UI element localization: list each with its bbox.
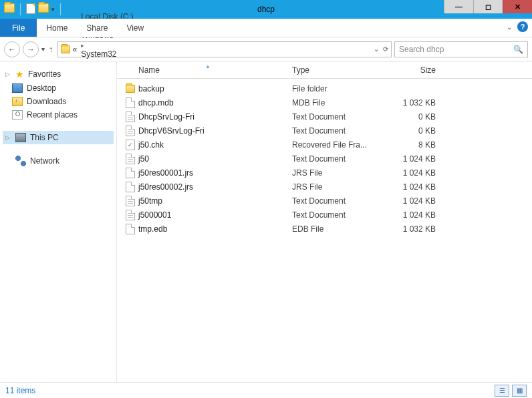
column-label: Name: [138, 65, 160, 75]
file-row[interactable]: j50Text Document1 024 KB: [117, 152, 532, 166]
file-name: dhcp.mdb: [138, 98, 292, 108]
qat-dropdown-icon[interactable]: ▾: [51, 6, 55, 13]
address-bar[interactable]: « Local Disk (C:)▸Windows▸System32▸dhcp▸…: [57, 41, 392, 57]
icons-view-button[interactable]: ▦: [512, 385, 527, 397]
file-row[interactable]: dhcp.mdbMDB File1 032 KB: [117, 95, 532, 110]
quick-access-toolbar: ▾: [0, 2, 68, 17]
file-icon: [126, 182, 135, 192]
file-type: Recovered File Fra...: [292, 140, 389, 150]
sidebar-item-network[interactable]: ▷ Network: [3, 154, 114, 168]
file-name: j50.chk: [138, 140, 292, 150]
navigation-row: ← → ▾ ↑ « Local Disk (C:)▸Windows▸System…: [0, 37, 532, 61]
file-rows: backupFile folderdhcp.mdbMDB File1 032 K…: [117, 79, 532, 382]
sidebar-label: Desktop: [27, 83, 56, 93]
sidebar-item-desktop[interactable]: Desktop: [3, 81, 114, 95]
text-file-icon: [126, 154, 135, 164]
content-area: ▷ ★ Favorites Desktop Downloads Recent p…: [0, 61, 532, 382]
collapse-icon[interactable]: ▷: [5, 71, 11, 77]
explorer-window: ▾ dhcp — ◻ ✕ File Home Share View ⌄ ? ← …: [0, 0, 532, 398]
address-folder-icon: [61, 45, 70, 53]
expand-ribbon-icon[interactable]: ⌄: [507, 23, 512, 31]
file-size: 1 024 KB: [389, 210, 442, 220]
address-dropdown-icon[interactable]: ⌄: [374, 45, 379, 53]
file-type: Text Document: [292, 112, 389, 122]
refresh-icon[interactable]: ⟳: [383, 45, 388, 53]
file-row[interactable]: DhcpSrvLog-FriText Document0 KB: [117, 110, 532, 124]
file-name: j50res00002.jrs: [138, 182, 292, 192]
file-name: backup: [138, 84, 292, 93]
file-type: MDB File: [292, 98, 389, 108]
sidebar-item-recent[interactable]: Recent places: [3, 108, 114, 122]
search-placeholder: Search dhcp: [399, 45, 444, 54]
breadcrumb-prefix[interactable]: «: [72, 45, 79, 54]
file-row[interactable]: j5000001Text Document1 024 KB: [117, 208, 532, 222]
window-title: dhcp: [257, 5, 275, 14]
new-doc-icon[interactable]: [26, 3, 35, 14]
file-row[interactable]: j50tmpText Document1 024 KB: [117, 194, 532, 208]
qat-folder-icon[interactable]: [38, 3, 49, 13]
file-row[interactable]: backupFile folder: [117, 81, 532, 95]
forward-button[interactable]: →: [23, 41, 39, 57]
file-size: 8 KB: [389, 140, 442, 150]
file-icon: [126, 97, 135, 108]
file-size: 1 024 KB: [389, 154, 442, 164]
details-view-button[interactable]: ☰: [495, 385, 509, 397]
collapse-icon[interactable]: ▷: [5, 134, 11, 141]
pc-icon: [15, 133, 26, 142]
search-input[interactable]: Search dhcp 🔍: [394, 41, 528, 57]
file-name: tmp.edb: [138, 224, 292, 234]
tab-share[interactable]: Share: [77, 19, 117, 37]
minimize-button[interactable]: —: [444, 0, 473, 13]
breadcrumb-item[interactable]: System32: [80, 49, 135, 59]
sidebar-favorites[interactable]: ▷ ★ Favorites: [3, 67, 114, 81]
file-name: j5000001: [138, 210, 292, 220]
tab-file[interactable]: File: [0, 19, 37, 37]
file-row[interactable]: j50res00002.jrsJRS File1 024 KB: [117, 180, 532, 194]
file-name: j50res00001.jrs: [138, 168, 292, 178]
file-name: j50tmp: [138, 196, 292, 206]
file-row[interactable]: DhcpV6SrvLog-FriText Document0 KB: [117, 124, 532, 138]
back-button[interactable]: ←: [4, 41, 20, 57]
network-icon: [15, 156, 26, 166]
file-name: DhcpSrvLog-Fri: [138, 112, 292, 122]
chevron-right-icon[interactable]: ▸: [80, 42, 86, 49]
file-size: 1 024 KB: [389, 182, 442, 192]
sort-asc-icon: ▲: [205, 63, 211, 69]
file-row[interactable]: j50.chkRecovered File Fra...8 KB: [117, 138, 532, 152]
sidebar-label: This PC: [30, 133, 59, 142]
file-size: 1 032 KB: [389, 98, 442, 108]
column-type[interactable]: Type: [292, 65, 389, 75]
tab-home[interactable]: Home: [37, 19, 77, 37]
sidebar-item-thispc[interactable]: ▷ This PC: [3, 131, 114, 144]
downloads-icon: [12, 97, 23, 106]
tab-view[interactable]: View: [117, 19, 153, 37]
star-icon: ★: [15, 69, 24, 79]
column-size[interactable]: Size: [389, 65, 442, 75]
text-file-icon: [126, 210, 135, 220]
sidebar-label: Network: [30, 156, 59, 166]
file-row[interactable]: tmp.edbEDB File1 032 KB: [117, 222, 532, 236]
status-bar: 11 items ☰ ▦: [0, 382, 532, 398]
text-file-icon: [126, 126, 135, 136]
navigation-pane: ▷ ★ Favorites Desktop Downloads Recent p…: [0, 61, 117, 382]
file-size: 1 024 KB: [389, 168, 442, 178]
history-dropdown-icon[interactable]: ▾: [41, 45, 45, 53]
sidebar-item-downloads[interactable]: Downloads: [3, 95, 114, 108]
qat-separator: [60, 3, 61, 15]
maximize-button[interactable]: ◻: [473, 0, 503, 13]
help-icon[interactable]: ?: [517, 21, 528, 32]
sidebar-label: Recent places: [27, 110, 78, 120]
file-type: File folder: [292, 84, 389, 93]
column-name[interactable]: Name ▲: [138, 65, 292, 75]
up-button[interactable]: ↑: [47, 44, 55, 54]
file-row[interactable]: j50res00001.jrsJRS File1 024 KB: [117, 166, 532, 180]
file-size: 0 KB: [389, 126, 442, 136]
close-button[interactable]: ✕: [503, 0, 532, 13]
sidebar-label: Downloads: [27, 97, 66, 106]
folder-icon: [126, 85, 135, 93]
file-type: JRS File: [292, 182, 389, 192]
recent-icon: [12, 110, 23, 120]
text-file-icon: [126, 196, 135, 206]
titlebar[interactable]: ▾ dhcp — ◻ ✕: [0, 0, 532, 19]
chk-file-icon: [126, 140, 135, 150]
